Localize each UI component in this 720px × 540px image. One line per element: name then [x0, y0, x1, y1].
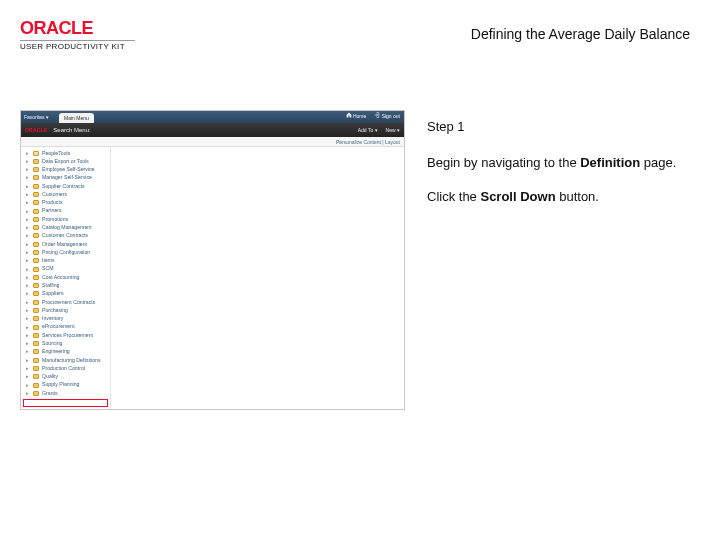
chevron-right-icon: ▸: [25, 166, 30, 173]
folder-icon: [33, 200, 39, 205]
favorites-menu[interactable]: Favorites ▾: [21, 111, 59, 123]
nav-item-label: Partners: [42, 207, 62, 214]
nav-item[interactable]: ▸Suppliers: [21, 290, 110, 298]
chevron-right-icon: ▸: [25, 174, 30, 181]
nav-item-label: Items: [42, 257, 55, 264]
nav-item[interactable]: ▸Cost Accounting: [21, 273, 110, 281]
chevron-right-icon: ▸: [25, 257, 30, 264]
chevron-right-icon: ▸: [25, 307, 30, 314]
chevron-right-icon: ▸: [25, 332, 30, 339]
nav-item[interactable]: ▸Employee Self-Service: [21, 166, 110, 174]
nav-item[interactable]: ▸Manufacturing Definitions: [21, 356, 110, 364]
folder-icon: [33, 275, 39, 280]
app-topbar: Favorites ▾ Main Menu Home Sign out: [21, 111, 404, 123]
subbar-tools: Add To ▾ New ▾: [358, 127, 400, 133]
nav-item[interactable]: ▸Items: [21, 257, 110, 265]
instr2-bold: Scroll Down: [480, 189, 555, 204]
instructions-panel: Step 1 Begin by navigating to the Defini…: [427, 110, 700, 520]
nav-item-label: Cost Accounting: [42, 274, 80, 281]
nav-item[interactable]: ▸SCM: [21, 265, 110, 273]
chevron-right-icon: ▸: [25, 324, 30, 331]
chevron-right-icon: ▸: [25, 357, 30, 364]
nav-item[interactable]: ▸Grants: [21, 389, 110, 397]
nav-item-label: Manufacturing Definitions: [42, 357, 101, 364]
chevron-right-icon: ▸: [25, 390, 30, 397]
chevron-right-icon: ▸: [25, 150, 30, 157]
folder-icon: [33, 250, 39, 255]
nav-item[interactable]: ▸Sourcing: [21, 339, 110, 347]
chevron-right-icon: ▸: [25, 158, 30, 165]
nav-item[interactable]: ▸Partners: [21, 207, 110, 215]
chevron-right-icon: ▸: [25, 382, 30, 389]
signout-link[interactable]: Sign out: [374, 112, 400, 119]
folder-icon: [33, 175, 39, 180]
nav-item[interactable]: ▸Engineering: [21, 348, 110, 356]
chevron-right-icon: ▸: [25, 183, 30, 190]
nav-item[interactable]: ▸Staffing: [21, 282, 110, 290]
nav-item[interactable]: ▸Products: [21, 199, 110, 207]
nav-item[interactable]: ▸eProcurement: [21, 323, 110, 331]
chevron-right-icon: ▸: [25, 216, 30, 223]
folder-icon: [33, 374, 39, 379]
folder-icon: [33, 258, 39, 263]
nav-item-label: SCM: [42, 265, 54, 272]
chevron-right-icon: ▸: [25, 249, 30, 256]
nav-item[interactable]: ▸Catalog Management: [21, 224, 110, 232]
nav-item[interactable]: ▸Data Export or Tools: [21, 157, 110, 165]
folder-icon: [33, 167, 39, 172]
folder-icon: [33, 391, 39, 396]
tab-main-menu[interactable]: Main Menu: [59, 113, 94, 123]
breadcrumb[interactable]: Personalize Content | Layout: [21, 137, 404, 147]
step-label: Step 1: [427, 118, 700, 136]
nav-item[interactable]: ▸Production Control: [21, 364, 110, 372]
nav-item[interactable]: ▸Promotions: [21, 215, 110, 223]
main-panel: [111, 147, 404, 409]
nav-item-label: Supplier Contracts: [42, 183, 85, 190]
app-brand: ORACLE: [25, 127, 47, 133]
nav-item[interactable]: ▸Manager Self-Service: [21, 174, 110, 182]
nav-item[interactable]: ▸Inventory: [21, 315, 110, 323]
nav-item[interactable]: ▸PeopleTools: [21, 149, 110, 157]
nav-item[interactable]: ▸Supplier Contracts: [21, 182, 110, 190]
app-subbar: ORACLE Search Menu: Add To ▾ New ▾: [21, 123, 404, 137]
home-label: Home: [353, 113, 366, 119]
nav-item[interactable]: ▸Customers: [21, 190, 110, 198]
nav-item-label: Manager Self-Service: [42, 174, 92, 181]
chevron-right-icon: ▸: [25, 224, 30, 231]
app-body: ▸PeopleTools▸Data Export or Tools▸Employ…: [21, 147, 404, 409]
chevron-right-icon: ▸: [25, 315, 30, 322]
topbar-right: Home Sign out: [346, 112, 400, 119]
nav-item-label: Staffing: [42, 282, 60, 289]
nav-item-label: Suppliers: [42, 290, 64, 297]
nav-item[interactable]: ▸Procurement Contracts: [21, 298, 110, 306]
brand-block: ORACLE USER PRODUCTIVITY KIT: [20, 18, 135, 51]
nav-item[interactable]: ▸Order Management: [21, 240, 110, 248]
new-menu[interactable]: New ▾: [386, 127, 400, 133]
nav-item-label: Supply Planning: [42, 381, 80, 388]
nav-item-label: Order Management: [42, 241, 87, 248]
nav-item-label: Services Procurement: [42, 332, 93, 339]
nav-item-label: PeopleTools: [42, 150, 70, 157]
nav-item[interactable]: ▸Pricing Configuration: [21, 248, 110, 256]
folder-icon: [33, 383, 39, 388]
instr2-b: button.: [556, 189, 599, 204]
nav-item[interactable]: ▸Quality: [21, 373, 110, 381]
nav-item-label: Purchasing: [42, 307, 68, 314]
home-link[interactable]: Home: [346, 112, 367, 119]
nav-item[interactable]: ▸Supply Planning: [21, 381, 110, 389]
folder-icon: [33, 233, 39, 238]
folder-icon: [33, 366, 39, 371]
folder-icon: [33, 308, 39, 313]
signout-icon: [374, 112, 380, 118]
nav-item[interactable]: ▸Customer Contracts: [21, 232, 110, 240]
nav-item-label: Grants: [42, 390, 58, 397]
nav-item[interactable]: ▸Purchasing: [21, 306, 110, 314]
nav-item[interactable]: ▸Services Procurement: [21, 331, 110, 339]
app-screenshot: Favorites ▾ Main Menu Home Sign out OR: [20, 110, 405, 410]
nav-item-label: Inventory: [42, 315, 63, 322]
instr1-a: Begin by navigating to the: [427, 155, 580, 170]
addto-menu[interactable]: Add To ▾: [358, 127, 378, 133]
chevron-right-icon: ▸: [25, 348, 30, 355]
home-icon: [346, 112, 352, 118]
scroll-down-highlight[interactable]: [23, 399, 108, 407]
